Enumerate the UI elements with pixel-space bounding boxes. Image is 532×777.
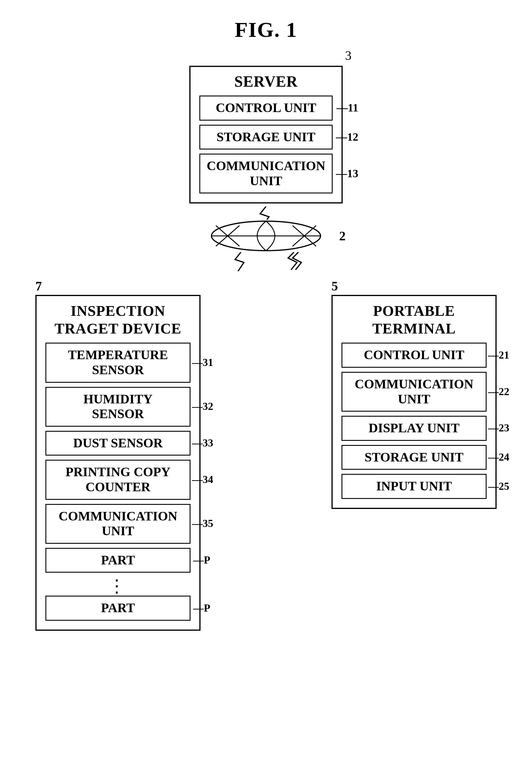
- temp-ref: —31: [192, 356, 213, 368]
- display-ref: —23: [488, 422, 509, 434]
- temperature-sensor-label: TEMPERATURESENSOR: [68, 348, 168, 377]
- server-storage-unit: STORAGE UNIT —12: [199, 125, 333, 150]
- inspection-box: INSPECTIONTRAGET DEVICE TEMPERATURESENSO…: [35, 295, 201, 631]
- lightning-bottom-right: [279, 252, 309, 271]
- server-storage-unit-label: STORAGE UNIT: [216, 130, 315, 144]
- input-unit-label: INPUT UNIT: [376, 479, 452, 493]
- server-section: 3 SERVER CONTROL UNIT —11 STORAGE UNIT —…: [24, 66, 508, 204]
- terminal-control-unit-label: CONTROL UNIT: [363, 348, 464, 362]
- server-comm-unit-ref: —13: [336, 167, 358, 180]
- inspection-comm-unit: COMMUNICATIONUNIT —35: [45, 504, 191, 544]
- bottom-section: 7 INSPECTIONTRAGET DEVICE TEMPERATURESEN…: [24, 277, 508, 631]
- terminal-ref: 5: [331, 279, 338, 294]
- terminal-storage-ref: —24: [488, 451, 509, 463]
- inspection-ref: 7: [35, 279, 42, 294]
- part-1-label: PART: [101, 553, 135, 567]
- server-control-unit: CONTROL UNIT —11: [199, 96, 333, 121]
- figure-title: FIG. 1: [24, 18, 508, 42]
- dust-sensor: DUST SENSOR —33: [45, 431, 191, 456]
- server-container: 3 SERVER CONTROL UNIT —11 STORAGE UNIT —…: [189, 66, 343, 204]
- dust-ref: —33: [192, 437, 213, 449]
- server-ref: 3: [345, 48, 351, 63]
- terminal-title: PORTABLETERMINAL: [341, 302, 487, 337]
- terminal-comm-unit: COMMUNICATIONUNIT —22: [341, 372, 487, 412]
- server-box: SERVER CONTROL UNIT —11 STORAGE UNIT —12…: [189, 66, 343, 204]
- network-section: 2: [24, 206, 508, 271]
- dust-sensor-label: DUST SENSOR: [73, 436, 163, 450]
- part-2: PART —P: [45, 596, 191, 621]
- input-unit: INPUT UNIT —25: [341, 474, 487, 499]
- dots-separator: ⋮: [45, 577, 191, 596]
- inspection-title: INSPECTIONTRAGET DEVICE: [45, 302, 191, 337]
- inspection-comm-ref: —35: [192, 518, 213, 530]
- terminal-comm-unit-label: COMMUNICATIONUNIT: [355, 377, 473, 406]
- lightning-top-svg: [248, 206, 284, 220]
- terminal-control-ref: —21: [488, 349, 509, 361]
- terminal-storage-unit-label: STORAGE UNIT: [364, 450, 463, 464]
- printing-ref: —34: [192, 473, 213, 486]
- humidity-ref: —32: [192, 401, 213, 413]
- lightning-bottom-left: [223, 252, 253, 271]
- network-ellipse: [210, 220, 322, 252]
- humidity-sensor: HUMIDITYSENSOR —32: [45, 387, 191, 427]
- server-comm-unit-label: COMMUNICATIONUNIT: [207, 159, 326, 188]
- display-unit: DISPLAY UNIT —23: [341, 416, 487, 441]
- inspection-comm-unit-label: COMMUNICATIONUNIT: [59, 509, 178, 538]
- server-storage-unit-ref: —12: [336, 131, 358, 144]
- printing-copy-counter: PRINTING COPYCOUNTER —34: [45, 460, 191, 500]
- server-comm-unit: COMMUNICATIONUNIT —13: [199, 154, 333, 194]
- part-2-label: PART: [101, 601, 135, 615]
- network-ref: 2: [339, 229, 346, 244]
- server-control-unit-line: —11: [336, 101, 358, 114]
- terminal-storage-unit: STORAGE UNIT —24: [341, 445, 487, 470]
- terminal-container: 5 PORTABLETERMINAL CONTROL UNIT —21 COMM…: [331, 295, 497, 631]
- part-1: PART —P: [45, 548, 191, 573]
- temperature-sensor: TEMPERATURESENSOR —31: [45, 343, 191, 382]
- terminal-control-unit: CONTROL UNIT —21: [341, 343, 487, 368]
- part-2-ref: —P: [193, 602, 210, 614]
- inspection-container: 7 INSPECTIONTRAGET DEVICE TEMPERATURESEN…: [35, 295, 201, 631]
- terminal-box: PORTABLETERMINAL CONTROL UNIT —21 COMMUN…: [331, 295, 497, 509]
- part-1-ref: —P: [193, 554, 210, 566]
- printing-copy-counter-label: PRINTING COPYCOUNTER: [66, 465, 171, 494]
- server-title: SERVER: [199, 73, 333, 90]
- display-unit-label: DISPLAY UNIT: [368, 421, 460, 435]
- bottom-zigs: [210, 252, 322, 271]
- humidity-sensor-label: HUMIDITYSENSOR: [84, 392, 153, 421]
- page: FIG. 1 3 SERVER CONTROL UNIT —11 STORAGE…: [0, 0, 532, 777]
- server-control-unit-label: CONTROL UNIT: [216, 101, 316, 115]
- terminal-comm-ref: —22: [488, 386, 509, 398]
- input-ref: —25: [488, 480, 509, 492]
- network-ellipse-wrap: 2: [210, 220, 322, 252]
